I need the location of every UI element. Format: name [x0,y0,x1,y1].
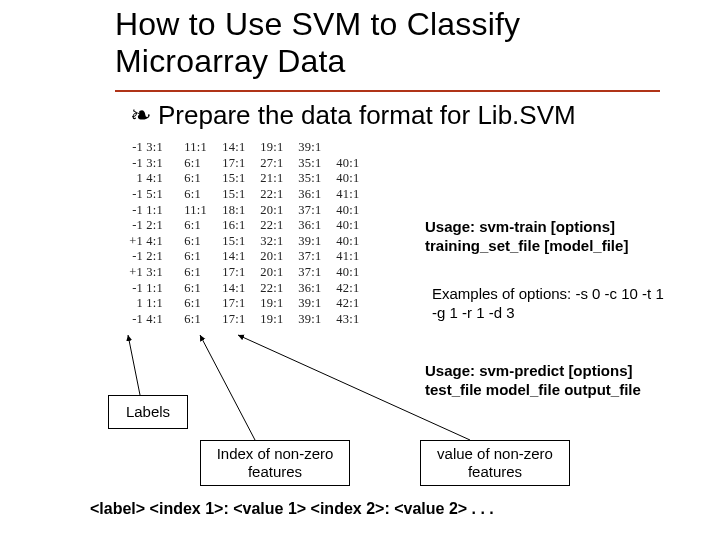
data-cell: 6:1 [184,171,222,187]
data-cell: 17:1 [222,156,260,172]
data-cell: 32:1 [260,234,298,250]
data-cell: 16:1 [222,218,260,234]
data-cell: 17:1 [222,265,260,281]
title-underline [115,90,660,92]
data-cell: 4:1 [146,234,184,250]
data-cell: 37:1 [298,249,336,265]
data-cell: 40:1 [336,218,374,234]
data-cell: 2:1 [146,218,184,234]
data-label: -1 [115,140,143,156]
data-cell: 6:1 [184,312,222,328]
data-row: -1 4:16:117:119:139:143:1 [115,312,400,328]
data-cell: 36:1 [298,187,336,203]
data-cell: 14:1 [222,249,260,265]
data-row: -1 2:16:114:120:137:141:1 [115,249,400,265]
slide-title: How to Use SVM to Classify Microarray Da… [115,6,675,80]
bullet-text: Prepare the data format for Lib.SVM [158,100,576,130]
libsvm-data-sample: -1 3:111:114:119:139:1-1 3:16:117:127:13… [115,140,400,328]
data-cell: 6:1 [184,249,222,265]
data-row: -1 1:111:118:120:137:140:1 [115,203,400,219]
callout-labels: Labels [108,395,188,429]
data-cell: 39:1 [298,296,336,312]
format-pattern-line: <label> <index 1>: <value 1> <index 2>: … [90,500,494,518]
data-cell: 6:1 [184,265,222,281]
bullet-glyph: ❧ [130,101,152,130]
data-cell: 15:1 [222,171,260,187]
data-cell: 17:1 [222,296,260,312]
data-cell: 42:1 [336,281,374,297]
data-row: -1 5:16:115:122:136:141:1 [115,187,400,203]
data-label: -1 [115,218,143,234]
data-cell: 6:1 [184,296,222,312]
callout-index: Index of non-zero features [200,440,350,486]
data-label: -1 [115,249,143,265]
data-label: -1 [115,203,143,219]
data-cell: 6:1 [184,218,222,234]
data-cell: 3:1 [146,265,184,281]
data-cell: 20:1 [260,265,298,281]
data-cell: 39:1 [298,140,336,156]
usage-train-text: Usage: svm-train [options] training_set_… [425,218,675,256]
data-row: +1 3:16:117:120:137:140:1 [115,265,400,281]
data-cell: 27:1 [260,156,298,172]
data-row: 1 1:16:117:119:139:142:1 [115,296,400,312]
data-cell: 22:1 [260,187,298,203]
data-cell: 11:1 [184,203,222,219]
data-cell: 17:1 [222,312,260,328]
svg-line-0 [128,335,140,395]
callout-value: value of non-zero features [420,440,570,486]
svg-line-1 [200,335,255,440]
data-cell: 35:1 [298,156,336,172]
data-row: +1 4:16:115:132:139:140:1 [115,234,400,250]
data-cell: 42:1 [336,296,374,312]
data-label: +1 [115,265,143,281]
data-cell: 19:1 [260,296,298,312]
data-cell: 40:1 [336,156,374,172]
data-cell: 37:1 [298,265,336,281]
data-cell: 37:1 [298,203,336,219]
data-cell: 14:1 [222,140,260,156]
data-cell: 6:1 [184,234,222,250]
data-cell: 6:1 [184,187,222,203]
data-cell: 20:1 [260,249,298,265]
data-cell: 6:1 [184,281,222,297]
data-cell: 15:1 [222,187,260,203]
data-cell: 4:1 [146,171,184,187]
data-cell: 43:1 [336,312,374,328]
data-cell: 1:1 [146,203,184,219]
data-cell: 14:1 [222,281,260,297]
bullet-line: ❧Prepare the data format for Lib.SVM [130,100,576,131]
data-cell: 22:1 [260,281,298,297]
data-cell: 15:1 [222,234,260,250]
data-row: -1 3:16:117:127:135:140:1 [115,156,400,172]
data-cell: 20:1 [260,203,298,219]
data-cell: 4:1 [146,312,184,328]
data-cell: 3:1 [146,140,184,156]
data-label: -1 [115,281,143,297]
data-cell: 1:1 [146,281,184,297]
data-label: -1 [115,156,143,172]
options-example-text: Examples of options: -s 0 -c 10 -t 1 -g … [432,285,672,323]
data-cell: 39:1 [298,234,336,250]
data-cell: 5:1 [146,187,184,203]
data-label: +1 [115,234,143,250]
data-cell: 41:1 [336,249,374,265]
data-cell: 1:1 [146,296,184,312]
data-cell: 36:1 [298,281,336,297]
data-label: 1 [115,171,143,187]
usage-predict-text: Usage: svm-predict [options] test_file m… [425,362,675,400]
data-cell: 18:1 [222,203,260,219]
data-row: -1 2:16:116:122:136:140:1 [115,218,400,234]
data-cell: 40:1 [336,234,374,250]
data-cell: 6:1 [184,156,222,172]
data-label: -1 [115,187,143,203]
data-cell: 19:1 [260,140,298,156]
data-cell: 22:1 [260,218,298,234]
data-cell: 19:1 [260,312,298,328]
data-row: 1 4:16:115:121:135:140:1 [115,171,400,187]
data-row: -1 1:16:114:122:136:142:1 [115,281,400,297]
data-cell: 35:1 [298,171,336,187]
data-cell: 21:1 [260,171,298,187]
data-cell: 41:1 [336,187,374,203]
data-cell: 40:1 [336,265,374,281]
